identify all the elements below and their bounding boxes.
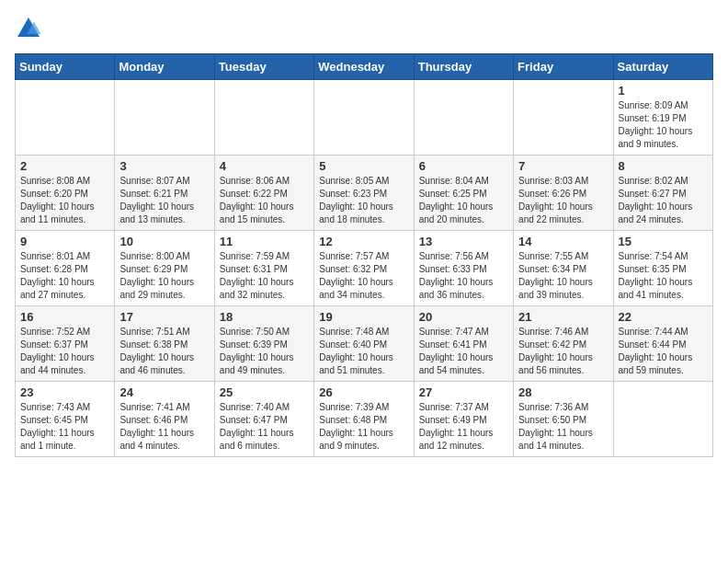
day-number: 6 [419,159,508,173]
day-info: Sunrise: 7:36 AM Sunset: 6:50 PM Dayligh… [518,401,608,453]
calendar-cell: 2Sunrise: 8:08 AM Sunset: 6:20 PM Daylig… [16,155,115,231]
day-info: Sunrise: 7:55 AM Sunset: 6:34 PM Dayligh… [518,250,608,302]
calendar-cell: 7Sunrise: 8:03 AM Sunset: 6:26 PM Daylig… [514,155,613,231]
day-info: Sunrise: 8:00 AM Sunset: 6:29 PM Dayligh… [119,250,209,302]
calendar-cell: 20Sunrise: 7:47 AM Sunset: 6:41 PM Dayli… [414,306,513,382]
header-cell-thursday: Thursday [414,54,513,80]
calendar-cell: 4Sunrise: 8:06 AM Sunset: 6:22 PM Daylig… [214,155,313,231]
day-info: Sunrise: 7:44 AM Sunset: 6:44 PM Dayligh… [619,326,708,377]
day-info: Sunrise: 8:08 AM Sunset: 6:20 PM Dayligh… [20,175,109,226]
calendar-cell: 28Sunrise: 7:36 AM Sunset: 6:50 PM Dayli… [514,382,613,457]
day-number: 8 [619,159,708,173]
day-info: Sunrise: 7:57 AM Sunset: 6:32 PM Dayligh… [319,250,408,302]
day-number: 2 [20,159,109,173]
day-info: Sunrise: 7:59 AM Sunset: 6:31 PM Dayligh… [220,250,309,302]
day-number: 22 [619,310,708,324]
day-info: Sunrise: 8:03 AM Sunset: 6:26 PM Dayligh… [518,175,608,226]
day-number: 14 [518,235,608,248]
day-info: Sunrise: 7:48 AM Sunset: 6:40 PM Dayligh… [319,326,408,377]
day-info: Sunrise: 8:06 AM Sunset: 6:22 PM Dayligh… [220,175,309,226]
day-info: Sunrise: 7:51 AM Sunset: 6:38 PM Dayligh… [119,326,209,377]
day-number: 10 [119,235,209,248]
calendar-week-2: 2Sunrise: 8:08 AM Sunset: 6:20 PM Daylig… [16,155,713,231]
calendar-week-4: 16Sunrise: 7:52 AM Sunset: 6:37 PM Dayli… [16,306,713,382]
day-info: Sunrise: 7:47 AM Sunset: 6:41 PM Dayligh… [419,326,508,377]
day-number: 15 [619,235,708,248]
day-number: 3 [119,159,209,173]
day-number: 23 [20,385,109,399]
calendar-header-row: SundayMondayTuesdayWednesdayThursdayFrid… [16,54,713,80]
calendar-cell: 5Sunrise: 8:05 AM Sunset: 6:23 PM Daylig… [314,155,414,231]
day-number: 4 [220,159,309,173]
logo [15,15,46,42]
calendar-week-1: 1Sunrise: 8:09 AM Sunset: 6:19 PM Daylig… [16,80,713,155]
day-number: 1 [619,84,708,98]
day-number: 12 [319,235,408,248]
calendar-cell: 25Sunrise: 7:40 AM Sunset: 6:47 PM Dayli… [214,382,313,457]
calendar-cell [414,80,513,155]
calendar-cell [16,80,115,155]
day-number: 5 [319,159,408,173]
calendar-cell: 3Sunrise: 8:07 AM Sunset: 6:21 PM Daylig… [115,155,214,231]
calendar-cell [115,80,214,155]
calendar-cell: 8Sunrise: 8:02 AM Sunset: 6:27 PM Daylig… [613,155,712,231]
day-info: Sunrise: 7:56 AM Sunset: 6:33 PM Dayligh… [419,250,508,302]
day-number: 11 [220,235,309,248]
calendar-week-3: 9Sunrise: 8:01 AM Sunset: 6:28 PM Daylig… [16,231,713,306]
header-cell-sunday: Sunday [16,54,115,80]
calendar-cell: 16Sunrise: 7:52 AM Sunset: 6:37 PM Dayli… [16,306,115,382]
calendar-cell: 22Sunrise: 7:44 AM Sunset: 6:44 PM Dayli… [613,306,712,382]
calendar-cell: 14Sunrise: 7:55 AM Sunset: 6:34 PM Dayli… [514,231,613,306]
calendar-cell: 11Sunrise: 7:59 AM Sunset: 6:31 PM Dayli… [214,231,313,306]
calendar-cell: 24Sunrise: 7:41 AM Sunset: 6:46 PM Dayli… [115,382,214,457]
day-info: Sunrise: 8:04 AM Sunset: 6:25 PM Dayligh… [419,175,508,226]
day-number: 7 [518,159,608,173]
day-info: Sunrise: 8:07 AM Sunset: 6:21 PM Dayligh… [119,175,209,226]
calendar-cell: 10Sunrise: 8:00 AM Sunset: 6:29 PM Dayli… [115,231,214,306]
header-cell-tuesday: Tuesday [214,54,313,80]
day-number: 21 [518,310,608,324]
header-cell-saturday: Saturday [613,54,712,80]
day-number: 17 [119,310,209,324]
day-info: Sunrise: 7:39 AM Sunset: 6:48 PM Dayligh… [319,401,408,453]
header-cell-monday: Monday [115,54,214,80]
calendar-cell: 21Sunrise: 7:46 AM Sunset: 6:42 PM Dayli… [514,306,613,382]
calendar-cell: 23Sunrise: 7:43 AM Sunset: 6:45 PM Dayli… [16,382,115,457]
day-number: 16 [20,310,109,324]
calendar-cell: 15Sunrise: 7:54 AM Sunset: 6:35 PM Dayli… [613,231,712,306]
calendar-cell [314,80,414,155]
header-cell-friday: Friday [514,54,613,80]
calendar-cell: 12Sunrise: 7:57 AM Sunset: 6:32 PM Dayli… [314,231,414,306]
day-number: 9 [20,235,109,248]
day-info: Sunrise: 7:41 AM Sunset: 6:46 PM Dayligh… [119,401,209,453]
calendar-cell: 9Sunrise: 8:01 AM Sunset: 6:28 PM Daylig… [16,231,115,306]
logo-icon [15,15,42,42]
day-number: 26 [319,385,408,399]
day-number: 28 [518,385,608,399]
day-info: Sunrise: 7:46 AM Sunset: 6:42 PM Dayligh… [518,326,608,377]
calendar-cell: 1Sunrise: 8:09 AM Sunset: 6:19 PM Daylig… [613,80,712,155]
calendar-cell [613,382,712,457]
calendar-cell: 6Sunrise: 8:04 AM Sunset: 6:25 PM Daylig… [414,155,513,231]
day-info: Sunrise: 8:09 AM Sunset: 6:19 PM Dayligh… [619,99,708,151]
day-info: Sunrise: 8:05 AM Sunset: 6:23 PM Dayligh… [319,175,408,226]
day-number: 25 [220,385,309,399]
day-info: Sunrise: 8:02 AM Sunset: 6:27 PM Dayligh… [619,175,708,226]
calendar-cell [514,80,613,155]
page-header [15,15,713,42]
day-info: Sunrise: 7:40 AM Sunset: 6:47 PM Dayligh… [220,401,309,453]
day-info: Sunrise: 7:43 AM Sunset: 6:45 PM Dayligh… [20,401,109,453]
calendar-cell: 27Sunrise: 7:37 AM Sunset: 6:49 PM Dayli… [414,382,513,457]
calendar-cell: 26Sunrise: 7:39 AM Sunset: 6:48 PM Dayli… [314,382,414,457]
day-number: 20 [419,310,508,324]
day-info: Sunrise: 8:01 AM Sunset: 6:28 PM Dayligh… [20,250,109,302]
day-info: Sunrise: 7:50 AM Sunset: 6:39 PM Dayligh… [220,326,309,377]
day-info: Sunrise: 7:37 AM Sunset: 6:49 PM Dayligh… [419,401,508,453]
calendar-cell: 18Sunrise: 7:50 AM Sunset: 6:39 PM Dayli… [214,306,313,382]
calendar-cell [214,80,313,155]
header-cell-wednesday: Wednesday [314,54,414,80]
calendar-cell: 17Sunrise: 7:51 AM Sunset: 6:38 PM Dayli… [115,306,214,382]
day-number: 13 [419,235,508,248]
day-number: 19 [319,310,408,324]
calendar-cell: 19Sunrise: 7:48 AM Sunset: 6:40 PM Dayli… [314,306,414,382]
